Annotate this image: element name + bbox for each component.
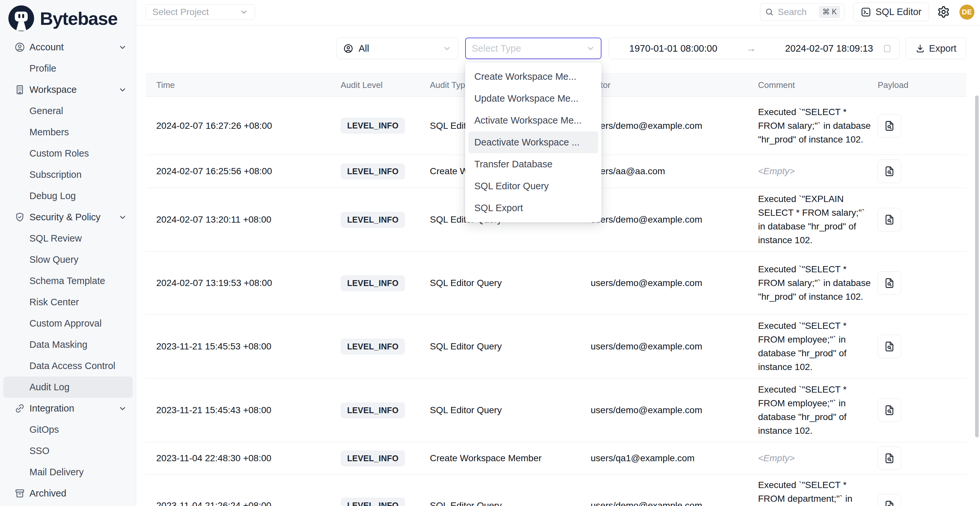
sidebar-item-schema-template[interactable]: Schema Template bbox=[0, 271, 136, 291]
audit-comment: Executed `"SELECT * FROM salary;"` in da… bbox=[758, 263, 871, 304]
sidebar-item-sql-review[interactable]: SQL Review bbox=[0, 228, 136, 249]
audit-actor: users/demo@example.com bbox=[591, 341, 758, 352]
link-icon bbox=[14, 403, 25, 414]
payload-view-button[interactable] bbox=[878, 159, 901, 183]
type-filter-select[interactable]: Select Type bbox=[465, 38, 601, 59]
sidebar-item-data-access-control[interactable]: Data Access Control bbox=[0, 355, 136, 377]
chevron-down-icon bbox=[118, 213, 127, 222]
file-search-icon bbox=[884, 341, 895, 352]
date-range-picker[interactable]: 1970-01-01 08:00:00 → 2024-02-07 18:09:1… bbox=[609, 38, 900, 59]
project-select[interactable]: Select Project bbox=[145, 4, 255, 20]
menu-item-deactivate-workspace-member[interactable]: Deactivate Workspace ... bbox=[468, 131, 598, 153]
audit-actor: users/aa@aa.com bbox=[591, 166, 758, 177]
audit-type: Create Workspace Member bbox=[430, 453, 591, 463]
audit-time: 2024-02-07 16:25:56 +08:00 bbox=[146, 166, 340, 177]
audit-actor: users/qa1@example.com bbox=[591, 453, 758, 463]
type-filter-dropdown: Create Workspace Me... Update Workspace … bbox=[465, 62, 601, 222]
date-from-value[interactable]: 1970-01-01 08:00:00 bbox=[629, 43, 717, 54]
brand-logo[interactable]: Bytebase bbox=[0, 0, 136, 37]
user-circle-icon bbox=[343, 43, 353, 54]
audit-level-badge: LEVEL_INFO bbox=[340, 339, 405, 355]
payload-view-button[interactable] bbox=[878, 494, 901, 506]
brand-name: Bytebase bbox=[40, 8, 117, 29]
arrow-right-icon: → bbox=[717, 43, 785, 54]
chevron-down-icon bbox=[118, 404, 127, 413]
download-icon bbox=[915, 43, 925, 53]
file-search-icon bbox=[884, 500, 895, 506]
sidebar-item-mail-delivery[interactable]: Mail Delivery bbox=[0, 461, 136, 483]
audit-comment: Executed `"SELECT * FROM salary;"` in da… bbox=[758, 105, 871, 146]
sidebar-item-custom-roles[interactable]: Custom Roles bbox=[0, 143, 136, 164]
table-row: 2023-11-21 15:45:43 +08:00 LEVEL_INFO SQ… bbox=[146, 379, 966, 442]
sidebar-item-subscription[interactable]: Subscription bbox=[0, 164, 136, 185]
chevron-down-icon bbox=[118, 43, 127, 52]
page-scrollbar[interactable] bbox=[975, 95, 979, 438]
audit-time: 2024-02-07 16:27:26 +08:00 bbox=[146, 121, 340, 131]
sidebar-item-profile[interactable]: Profile bbox=[0, 58, 136, 79]
audit-time: 2023-11-21 15:45:43 +08:00 bbox=[146, 405, 340, 415]
chevron-down-icon bbox=[442, 44, 452, 53]
export-button[interactable]: Export bbox=[905, 38, 966, 59]
audit-actor: users/demo@example.com bbox=[591, 278, 758, 288]
audit-comment: Executed `"SELECT * FROM employee;"` in … bbox=[758, 383, 871, 438]
sidebar-item-debug-log[interactable]: Debug Log bbox=[0, 185, 136, 207]
audit-level-badge: LEVEL_INFO bbox=[340, 118, 405, 134]
menu-item-create-workspace-member[interactable]: Create Workspace Me... bbox=[465, 66, 601, 88]
gear-icon[interactable] bbox=[937, 6, 950, 18]
audit-level-badge: LEVEL_INFO bbox=[340, 275, 405, 291]
audit-comment: <Empty> bbox=[758, 164, 871, 178]
type-filter-placeholder: Select Type bbox=[472, 43, 521, 54]
menu-item-sql-export[interactable]: SQL Export bbox=[465, 197, 601, 219]
sidebar-item-data-masking[interactable]: Data Masking bbox=[0, 334, 136, 355]
file-search-icon bbox=[884, 452, 895, 464]
actor-filter-value: All bbox=[359, 43, 369, 54]
sidebar-item-general[interactable]: General bbox=[0, 100, 136, 122]
sidebar-item-custom-approval[interactable]: Custom Approval bbox=[0, 313, 136, 334]
audit-comment: Executed `"EXPLAIN SELECT * FROM salary;… bbox=[758, 192, 871, 247]
file-search-icon bbox=[884, 404, 895, 416]
sidebar-item-members[interactable]: Members bbox=[0, 122, 136, 143]
col-audit-level: Audit Level bbox=[340, 80, 430, 90]
audit-actor: users/demo@example.com bbox=[591, 500, 758, 506]
sidebar: Bytebase Account Profile Workspace Gener… bbox=[0, 0, 136, 506]
audit-type: SQL Editor Query bbox=[430, 405, 591, 415]
payload-view-button[interactable] bbox=[878, 271, 901, 295]
sidebar-item-risk-center[interactable]: Risk Center bbox=[0, 291, 136, 313]
date-to-value[interactable]: 2024-02-07 18:09:13 bbox=[785, 43, 873, 54]
table-row: 2024-02-07 13:19:53 +08:00 LEVEL_INFO SQ… bbox=[146, 252, 966, 315]
payload-view-button[interactable] bbox=[878, 335, 901, 358]
menu-item-activate-workspace-member[interactable]: Activate Workspace Me... bbox=[465, 110, 601, 131]
payload-view-button[interactable] bbox=[878, 208, 901, 231]
actor-filter-select[interactable]: All bbox=[336, 38, 458, 59]
sidebar-item-gitops[interactable]: GitOps bbox=[0, 419, 136, 440]
chevron-down-icon bbox=[118, 86, 127, 94]
menu-item-update-workspace-member[interactable]: Update Workspace Me... bbox=[465, 88, 601, 110]
audit-time: 2024-02-07 13:20:11 +08:00 bbox=[146, 215, 340, 225]
sidebar-item-account[interactable]: Account bbox=[0, 37, 136, 58]
payload-view-button[interactable] bbox=[878, 447, 901, 470]
avatar[interactable]: DE bbox=[959, 5, 974, 20]
table-row: 2023-11-04 22:48:30 +08:00 LEVEL_INFO Cr… bbox=[146, 442, 966, 475]
sidebar-item-security-policy[interactable]: Security & Policy bbox=[0, 207, 136, 228]
search-placeholder: Search bbox=[778, 7, 807, 18]
calendar-icon bbox=[882, 43, 892, 53]
sidebar-item-slow-query[interactable]: Slow Query bbox=[0, 249, 136, 271]
sidebar-item-archived[interactable]: Archived bbox=[0, 483, 136, 504]
sidebar-item-sso[interactable]: SSO bbox=[0, 440, 136, 461]
sidebar-item-integration[interactable]: Integration bbox=[0, 398, 136, 419]
payload-view-button[interactable] bbox=[878, 398, 901, 422]
sidebar-item-audit-log[interactable]: Audit Log bbox=[3, 377, 133, 398]
audit-level-badge: LEVEL_INFO bbox=[340, 498, 405, 506]
sidebar-item-workspace[interactable]: Workspace bbox=[0, 79, 136, 100]
search-input[interactable]: Search ⌘ K bbox=[760, 3, 844, 21]
sql-editor-button[interactable]: SQL Editor bbox=[853, 3, 929, 21]
menu-item-sql-editor-query[interactable]: SQL Editor Query bbox=[465, 175, 601, 197]
col-actor: Actor bbox=[591, 80, 758, 90]
audit-time: 2023-11-21 15:45:53 +08:00 bbox=[146, 341, 340, 352]
menu-item-transfer-database[interactable]: Transfer Database bbox=[465, 153, 601, 175]
bytebase-logo-icon bbox=[7, 4, 35, 32]
audit-time: 2023-11-04 21:26:24 +08:00 bbox=[146, 500, 340, 506]
file-search-icon bbox=[884, 165, 895, 177]
search-shortcut-badge: ⌘ K bbox=[819, 6, 840, 18]
payload-view-button[interactable] bbox=[878, 114, 901, 138]
